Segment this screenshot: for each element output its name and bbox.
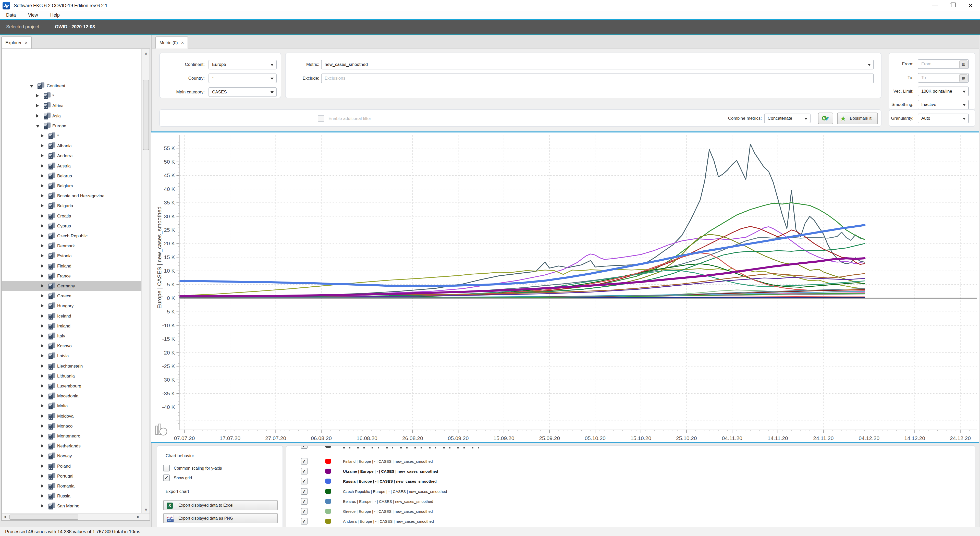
- expand-arrow-icon[interactable]: [41, 164, 44, 168]
- expand-arrow-icon[interactable]: [41, 444, 44, 448]
- tab-metric[interactable]: Metric (0)✕: [156, 37, 188, 49]
- granularity-select[interactable]: Auto: [918, 114, 969, 123]
- expand-arrow-icon[interactable]: [41, 394, 44, 398]
- legend-checkbox[interactable]: ✓: [301, 458, 307, 464]
- expand-arrow-icon[interactable]: [41, 334, 44, 338]
- expand-arrow-icon[interactable]: [41, 354, 44, 358]
- expand-arrow-icon[interactable]: [41, 494, 44, 498]
- expand-arrow-icon[interactable]: [41, 484, 44, 488]
- expand-arrow-icon[interactable]: [36, 114, 39, 118]
- expand-arrow-icon[interactable]: [36, 104, 39, 107]
- tree-item-czech-republic[interactable]: Czech Republic: [2, 231, 142, 241]
- expand-arrow-icon[interactable]: [41, 434, 44, 438]
- expand-arrow-icon[interactable]: [41, 204, 44, 207]
- country-select[interactable]: *: [208, 73, 277, 83]
- tree-item-andorra[interactable]: Andorra: [2, 151, 142, 161]
- tree-item-san-marino[interactable]: San Marino: [2, 501, 142, 511]
- expand-arrow-icon[interactable]: [41, 404, 44, 408]
- exclude-input[interactable]: Exclusions: [321, 73, 874, 83]
- tree-item-austria[interactable]: Austria: [2, 161, 142, 171]
- expand-arrow-icon[interactable]: [41, 344, 44, 348]
- legend-checkbox[interactable]: ✓: [301, 488, 307, 495]
- tree-item-poland[interactable]: Poland: [2, 461, 142, 471]
- tree-item-iceland[interactable]: Iceland: [2, 311, 142, 321]
- from-input[interactable]: From ▦: [918, 59, 969, 69]
- tree-item-hungary[interactable]: Hungary: [2, 301, 142, 311]
- tree-vertical-scrollbar[interactable]: ∧ ∨: [142, 49, 150, 521]
- scroll-right-icon[interactable]: ►: [136, 515, 140, 519]
- tree-item-croatia[interactable]: Croatia: [2, 211, 142, 221]
- expand-arrow-icon[interactable]: [41, 454, 44, 458]
- metric-combo[interactable]: new_cases_smoothed: [321, 60, 874, 69]
- legend-row-belarus[interactable]: ✓Belarus | Europe | - | CASES | new_case…: [286, 496, 975, 506]
- tree-item-macedonia[interactable]: Macedonia: [2, 391, 142, 401]
- apply-refresh-button[interactable]: ⟳✔: [818, 113, 833, 124]
- tree-item-europe[interactable]: Europe: [2, 121, 142, 131]
- tree-item-bosnia-and-herzegovina[interactable]: Bosnia and Herzegovina: [2, 191, 142, 201]
- legend-checkbox[interactable]: ✓: [301, 445, 307, 449]
- calendar-icon[interactable]: ▦: [959, 74, 967, 82]
- expand-arrow-icon[interactable]: [41, 474, 44, 478]
- continent-select[interactable]: Europe: [208, 60, 277, 69]
- tab-explorer[interactable]: Explorer✕: [1, 37, 32, 49]
- expand-arrow-icon[interactable]: [41, 324, 44, 328]
- smoothing-select[interactable]: Inactive: [918, 100, 969, 110]
- expand-arrow-icon[interactable]: [41, 234, 44, 238]
- expand-arrow-icon[interactable]: [41, 294, 44, 297]
- legend-row-andorra[interactable]: ✓Andorra | Europe | - | CASES | new_case…: [286, 516, 975, 526]
- tree-item-portugal[interactable]: Portugal: [2, 471, 142, 481]
- expand-arrow-icon[interactable]: [41, 244, 44, 248]
- tree-hscrollbar-thumb[interactable]: [10, 515, 78, 520]
- menu-item-data[interactable]: Data: [6, 11, 22, 19]
- expand-arrow-icon[interactable]: [41, 194, 44, 197]
- tree-item-greece[interactable]: Greece: [2, 291, 142, 301]
- tree-item-latvia[interactable]: Latvia: [2, 351, 142, 361]
- tree-item-continent[interactable]: Continent: [2, 81, 142, 91]
- expand-arrow-icon[interactable]: [41, 254, 44, 258]
- tree-item-kosovo[interactable]: Kosovo: [2, 341, 142, 351]
- tree-item-monaco[interactable]: Monaco: [2, 421, 142, 431]
- common-scaling-checkbox[interactable]: [163, 465, 170, 471]
- to-input[interactable]: To ▦: [918, 73, 969, 83]
- tree-item--[interactable]: *: [2, 131, 142, 141]
- tree-item-italy[interactable]: Italy: [2, 331, 142, 341]
- tree-item-bulgaria[interactable]: Bulgaria: [2, 201, 142, 211]
- scroll-down-icon[interactable]: ∨: [142, 507, 150, 512]
- tree-item-belgium[interactable]: Belgium: [2, 181, 142, 191]
- legend-checkbox[interactable]: ✓: [301, 468, 307, 474]
- expand-arrow-icon[interactable]: [41, 154, 44, 157]
- tree-item-germany[interactable]: Germany: [2, 281, 142, 291]
- legend-row-finland[interactable]: ✓Finland | Europe | - | CASES | new_case…: [286, 456, 975, 466]
- tree-item-cyprus[interactable]: Cyprus: [2, 221, 142, 231]
- tree-item-malta[interactable]: Malta: [2, 401, 142, 411]
- chart-plot-area[interactable]: -40 K-35 K-30 K-25 K-20 K-15 K-10 K-5 K0…: [151, 132, 979, 442]
- scroll-up-icon[interactable]: ∧: [142, 51, 150, 56]
- collapse-arrow-icon[interactable]: [36, 125, 40, 127]
- expand-arrow-icon[interactable]: [41, 224, 44, 227]
- expand-arrow-icon[interactable]: [41, 144, 44, 148]
- tree-item-luxembourg[interactable]: Luxembourg: [2, 381, 142, 391]
- expand-arrow-icon[interactable]: [41, 504, 44, 508]
- collapse-arrow-icon[interactable]: [30, 85, 33, 87]
- expand-arrow-icon[interactable]: [41, 364, 44, 368]
- tree-item-norway[interactable]: Norway: [2, 451, 142, 461]
- tree-item-ireland[interactable]: Ireland: [2, 321, 142, 331]
- expand-arrow-icon[interactable]: [41, 384, 44, 388]
- expand-arrow-icon[interactable]: [41, 134, 44, 138]
- legend-checkbox[interactable]: ✓: [301, 478, 307, 484]
- tree-item-africa[interactable]: Africa: [2, 101, 142, 111]
- tree-item-russia[interactable]: Russia: [2, 491, 142, 501]
- tab-metric-close-icon[interactable]: ✕: [181, 41, 184, 45]
- expand-arrow-icon[interactable]: [41, 184, 44, 188]
- expand-arrow-icon[interactable]: [41, 464, 44, 468]
- legend-row-russia[interactable]: ✓Russia | Europe | - | CASES | new_cases…: [286, 476, 975, 486]
- legend-checkbox[interactable]: ✓: [301, 518, 307, 525]
- tree-horizontal-scrollbar[interactable]: ◄ ►: [2, 513, 150, 521]
- tree-item-asia[interactable]: Asia: [2, 111, 142, 121]
- tree-item-montenegro[interactable]: Montenegro: [2, 431, 142, 441]
- time-shift-icon[interactable]: -10: [156, 424, 167, 435]
- time-series-chart[interactable]: -40 K-35 K-30 K-25 K-20 K-15 K-10 K-5 K0…: [151, 132, 979, 442]
- expand-arrow-icon[interactable]: [41, 174, 44, 178]
- legend-checkbox[interactable]: ✓: [301, 498, 307, 504]
- export-excel-button[interactable]: X Export displayed data to Excel: [163, 500, 278, 510]
